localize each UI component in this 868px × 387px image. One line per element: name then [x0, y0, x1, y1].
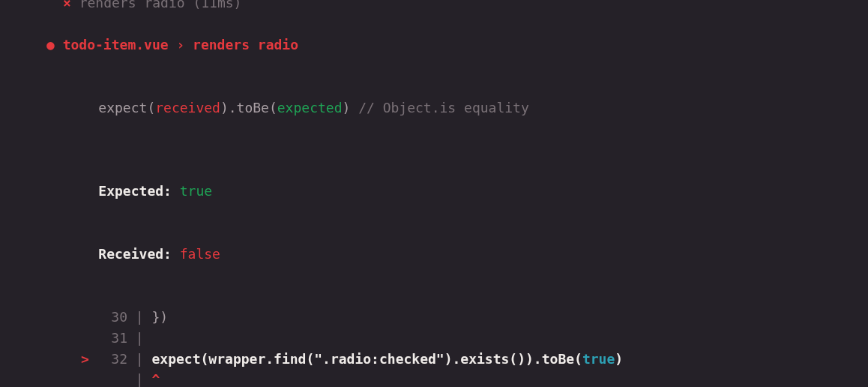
test-output: × renders radio (11ms) ● todo-item.vue ›… [0, 0, 868, 387]
test-file: todo-item.vue [63, 37, 169, 52]
expected-line: Expected: true [0, 160, 868, 223]
previous-fail-line: × renders radio (11ms) [0, 0, 868, 14]
expected-label: expected [277, 100, 343, 116]
test-header: ● todo-item.vue › renders radio [0, 34, 868, 56]
received-label: received [155, 100, 220, 116]
test-name: renders radio [193, 37, 298, 52]
comment: // Object.is equality [350, 100, 528, 116]
received-value: false [180, 246, 220, 262]
expected-value: true [180, 183, 212, 199]
received-line: Received: false [0, 223, 868, 286]
fail-marker: × [63, 0, 71, 10]
code-caret-line: | ^ [0, 369, 868, 387]
code-line-30: 30 | }) [0, 307, 868, 328]
previous-fail-text: renders radio (11ms) [79, 0, 242, 10]
caret-indicator: ^ [152, 371, 160, 387]
error-marker: > [81, 349, 96, 370]
assertion-line: expect(received).toBe(expected) // Objec… [0, 76, 868, 140]
code-line-32: >32 | expect(wrapper.find(".radio:checke… [0, 349, 868, 370]
separator: › [176, 37, 184, 52]
code-line-31: 31 | [0, 328, 868, 349]
bullet-icon: ● [46, 37, 55, 52]
